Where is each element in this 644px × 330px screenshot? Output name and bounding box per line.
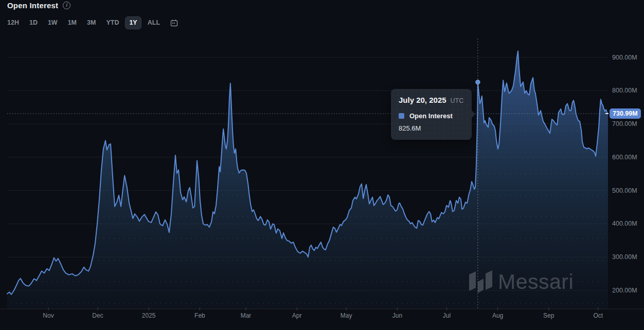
x-axis-label-feb: Feb (194, 312, 205, 319)
badge-tick (605, 113, 609, 114)
x-axis-label-aug: Aug (492, 312, 503, 319)
x-axis-label-apr: Apr (292, 312, 302, 319)
tooltip-value: 825.6M (399, 124, 464, 132)
x-axis-label-may: May (341, 312, 352, 319)
messari-logo-icon (469, 271, 476, 291)
x-axis-label-sep: Sep (543, 312, 554, 319)
y-axis-label-900m: 900.00M (612, 54, 637, 61)
watermark-text: Messari (498, 270, 574, 294)
x-axis-label-jul: Jul (443, 312, 451, 319)
x-axis-label-jun: Jun (392, 312, 402, 319)
x-axis-label-nov: Nov (43, 312, 53, 319)
tooltip-series-label: Open Interest (409, 112, 453, 120)
y-axis-label-600m: 600.00M (612, 154, 637, 161)
x-axis-label-2025: 2025 (142, 312, 156, 319)
open-interest-chart-page: Open Interest i 12H1D1W1M3MYTD1YALL Mess… (0, 0, 644, 330)
y-axis-label-500m: 500.00M (612, 187, 637, 194)
y-axis-label-200m: 200.00M (612, 287, 637, 294)
y-axis-label-300m: 300.00M (612, 253, 637, 261)
current-value-badge: 730.99M (610, 108, 641, 119)
x-axis-label-mar: Mar (241, 312, 252, 319)
tooltip-timezone: UTC (451, 97, 464, 104)
y-axis-label-400m: 400.00M (612, 220, 637, 227)
open-interest-area-chart[interactable]: MessariNovDec2025FebMarAprMayJunJulAugSe… (0, 0, 644, 330)
y-axis-label-700m: 700.00M (612, 120, 637, 127)
x-axis-label-dec: Dec (92, 312, 103, 319)
x-axis-label-oct: Oct (593, 312, 603, 319)
chart-tooltip: July 20, 2025 UTC Open Interest 825.6M (391, 89, 472, 140)
tooltip-date: July 20, 2025 (399, 96, 446, 104)
series-color-swatch-icon (399, 113, 404, 119)
y-axis-label-800m: 800.00M (612, 87, 637, 94)
tooltip-arrow (472, 111, 475, 118)
highlighted-data-point[interactable] (476, 80, 480, 84)
